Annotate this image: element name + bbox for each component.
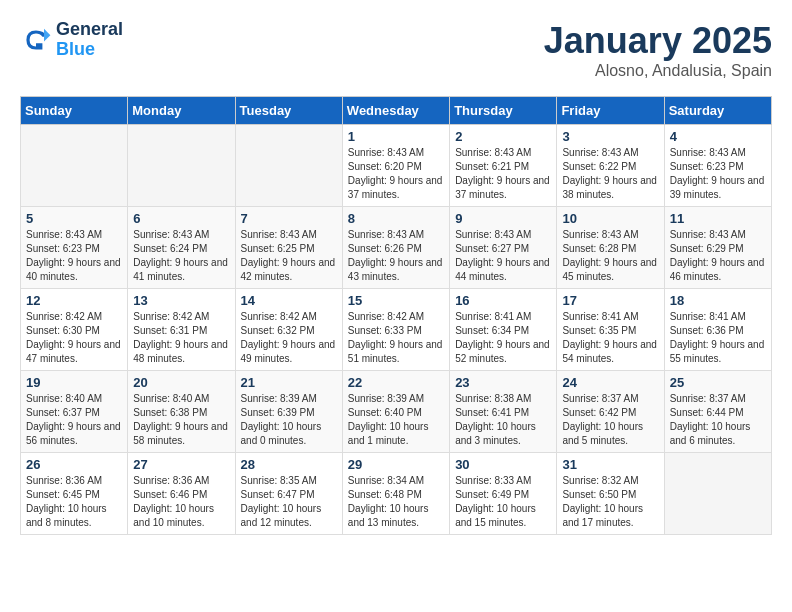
day-info: Sunrise: 8:36 AM Sunset: 6:45 PM Dayligh… [26, 474, 122, 530]
calendar-day-cell: 5Sunrise: 8:43 AM Sunset: 6:23 PM Daylig… [21, 207, 128, 289]
day-info: Sunrise: 8:43 AM Sunset: 6:22 PM Dayligh… [562, 146, 658, 202]
day-number: 16 [455, 293, 551, 308]
day-number: 18 [670, 293, 766, 308]
logo-icon [20, 24, 52, 56]
day-number: 13 [133, 293, 229, 308]
calendar-day-cell: 10Sunrise: 8:43 AM Sunset: 6:28 PM Dayli… [557, 207, 664, 289]
calendar-day-cell: 27Sunrise: 8:36 AM Sunset: 6:46 PM Dayli… [128, 453, 235, 535]
calendar-day-cell: 23Sunrise: 8:38 AM Sunset: 6:41 PM Dayli… [450, 371, 557, 453]
calendar-day-cell: 26Sunrise: 8:36 AM Sunset: 6:45 PM Dayli… [21, 453, 128, 535]
day-number: 24 [562, 375, 658, 390]
day-number: 2 [455, 129, 551, 144]
weekday-header-saturday: Saturday [664, 97, 771, 125]
calendar-day-cell: 3Sunrise: 8:43 AM Sunset: 6:22 PM Daylig… [557, 125, 664, 207]
weekday-header-sunday: Sunday [21, 97, 128, 125]
calendar-week-row: 26Sunrise: 8:36 AM Sunset: 6:45 PM Dayli… [21, 453, 772, 535]
day-number: 9 [455, 211, 551, 226]
calendar-day-cell: 19Sunrise: 8:40 AM Sunset: 6:37 PM Dayli… [21, 371, 128, 453]
day-number: 7 [241, 211, 337, 226]
day-number: 19 [26, 375, 122, 390]
day-info: Sunrise: 8:34 AM Sunset: 6:48 PM Dayligh… [348, 474, 444, 530]
calendar-day-cell: 2Sunrise: 8:43 AM Sunset: 6:21 PM Daylig… [450, 125, 557, 207]
day-number: 1 [348, 129, 444, 144]
day-info: Sunrise: 8:43 AM Sunset: 6:20 PM Dayligh… [348, 146, 444, 202]
calendar-day-cell: 12Sunrise: 8:42 AM Sunset: 6:30 PM Dayli… [21, 289, 128, 371]
day-info: Sunrise: 8:43 AM Sunset: 6:21 PM Dayligh… [455, 146, 551, 202]
weekday-header-monday: Monday [128, 97, 235, 125]
weekday-header-thursday: Thursday [450, 97, 557, 125]
calendar-empty-cell [235, 125, 342, 207]
day-info: Sunrise: 8:43 AM Sunset: 6:23 PM Dayligh… [670, 146, 766, 202]
calendar-day-cell: 24Sunrise: 8:37 AM Sunset: 6:42 PM Dayli… [557, 371, 664, 453]
calendar-week-row: 5Sunrise: 8:43 AM Sunset: 6:23 PM Daylig… [21, 207, 772, 289]
day-number: 25 [670, 375, 766, 390]
weekday-header-friday: Friday [557, 97, 664, 125]
day-info: Sunrise: 8:42 AM Sunset: 6:33 PM Dayligh… [348, 310, 444, 366]
day-number: 12 [26, 293, 122, 308]
calendar-day-cell: 15Sunrise: 8:42 AM Sunset: 6:33 PM Dayli… [342, 289, 449, 371]
calendar-day-cell: 8Sunrise: 8:43 AM Sunset: 6:26 PM Daylig… [342, 207, 449, 289]
day-info: Sunrise: 8:41 AM Sunset: 6:34 PM Dayligh… [455, 310, 551, 366]
day-number: 28 [241, 457, 337, 472]
calendar-day-cell: 6Sunrise: 8:43 AM Sunset: 6:24 PM Daylig… [128, 207, 235, 289]
calendar-day-cell: 30Sunrise: 8:33 AM Sunset: 6:49 PM Dayli… [450, 453, 557, 535]
day-number: 14 [241, 293, 337, 308]
calendar-week-row: 1Sunrise: 8:43 AM Sunset: 6:20 PM Daylig… [21, 125, 772, 207]
weekday-header-row: SundayMondayTuesdayWednesdayThursdayFrid… [21, 97, 772, 125]
day-number: 22 [348, 375, 444, 390]
calendar-empty-cell [128, 125, 235, 207]
day-info: Sunrise: 8:32 AM Sunset: 6:50 PM Dayligh… [562, 474, 658, 530]
day-info: Sunrise: 8:42 AM Sunset: 6:30 PM Dayligh… [26, 310, 122, 366]
calendar-day-cell: 11Sunrise: 8:43 AM Sunset: 6:29 PM Dayli… [664, 207, 771, 289]
calendar-subtitle: Alosno, Andalusia, Spain [544, 62, 772, 80]
day-info: Sunrise: 8:43 AM Sunset: 6:29 PM Dayligh… [670, 228, 766, 284]
calendar-empty-cell [21, 125, 128, 207]
day-info: Sunrise: 8:36 AM Sunset: 6:46 PM Dayligh… [133, 474, 229, 530]
day-number: 23 [455, 375, 551, 390]
calendar-day-cell: 29Sunrise: 8:34 AM Sunset: 6:48 PM Dayli… [342, 453, 449, 535]
title-block: January 2025 Alosno, Andalusia, Spain [544, 20, 772, 80]
day-number: 21 [241, 375, 337, 390]
day-info: Sunrise: 8:43 AM Sunset: 6:23 PM Dayligh… [26, 228, 122, 284]
day-number: 4 [670, 129, 766, 144]
logo: General Blue [20, 20, 123, 60]
calendar-day-cell: 9Sunrise: 8:43 AM Sunset: 6:27 PM Daylig… [450, 207, 557, 289]
day-info: Sunrise: 8:37 AM Sunset: 6:42 PM Dayligh… [562, 392, 658, 448]
day-info: Sunrise: 8:42 AM Sunset: 6:32 PM Dayligh… [241, 310, 337, 366]
calendar-week-row: 19Sunrise: 8:40 AM Sunset: 6:37 PM Dayli… [21, 371, 772, 453]
day-info: Sunrise: 8:43 AM Sunset: 6:24 PM Dayligh… [133, 228, 229, 284]
calendar-day-cell: 22Sunrise: 8:39 AM Sunset: 6:40 PM Dayli… [342, 371, 449, 453]
calendar-day-cell: 13Sunrise: 8:42 AM Sunset: 6:31 PM Dayli… [128, 289, 235, 371]
day-number: 27 [133, 457, 229, 472]
day-number: 29 [348, 457, 444, 472]
day-info: Sunrise: 8:43 AM Sunset: 6:25 PM Dayligh… [241, 228, 337, 284]
day-info: Sunrise: 8:41 AM Sunset: 6:36 PM Dayligh… [670, 310, 766, 366]
day-info: Sunrise: 8:38 AM Sunset: 6:41 PM Dayligh… [455, 392, 551, 448]
day-info: Sunrise: 8:42 AM Sunset: 6:31 PM Dayligh… [133, 310, 229, 366]
day-number: 10 [562, 211, 658, 226]
day-number: 11 [670, 211, 766, 226]
calendar-day-cell: 1Sunrise: 8:43 AM Sunset: 6:20 PM Daylig… [342, 125, 449, 207]
weekday-header-wednesday: Wednesday [342, 97, 449, 125]
day-number: 5 [26, 211, 122, 226]
logo-line2: Blue [56, 40, 123, 60]
calendar-day-cell: 28Sunrise: 8:35 AM Sunset: 6:47 PM Dayli… [235, 453, 342, 535]
calendar-day-cell: 31Sunrise: 8:32 AM Sunset: 6:50 PM Dayli… [557, 453, 664, 535]
calendar-table: SundayMondayTuesdayWednesdayThursdayFrid… [20, 96, 772, 535]
calendar-day-cell: 14Sunrise: 8:42 AM Sunset: 6:32 PM Dayli… [235, 289, 342, 371]
day-number: 26 [26, 457, 122, 472]
day-number: 3 [562, 129, 658, 144]
day-info: Sunrise: 8:40 AM Sunset: 6:37 PM Dayligh… [26, 392, 122, 448]
day-info: Sunrise: 8:39 AM Sunset: 6:39 PM Dayligh… [241, 392, 337, 448]
day-number: 30 [455, 457, 551, 472]
calendar-day-cell: 25Sunrise: 8:37 AM Sunset: 6:44 PM Dayli… [664, 371, 771, 453]
day-number: 31 [562, 457, 658, 472]
logo-text: General Blue [56, 20, 123, 60]
logo-line1: General [56, 20, 123, 40]
day-number: 15 [348, 293, 444, 308]
day-info: Sunrise: 8:37 AM Sunset: 6:44 PM Dayligh… [670, 392, 766, 448]
day-info: Sunrise: 8:43 AM Sunset: 6:27 PM Dayligh… [455, 228, 551, 284]
day-info: Sunrise: 8:43 AM Sunset: 6:28 PM Dayligh… [562, 228, 658, 284]
calendar-title: January 2025 [544, 20, 772, 62]
calendar-day-cell: 4Sunrise: 8:43 AM Sunset: 6:23 PM Daylig… [664, 125, 771, 207]
